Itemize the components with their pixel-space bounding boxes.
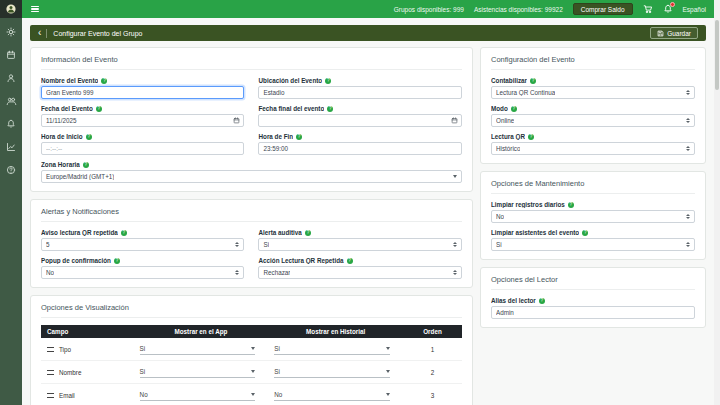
info-icon[interactable]: ? — [296, 134, 302, 140]
modo-select[interactable]: Online — [491, 114, 695, 127]
field-fecha-evento: Fecha del Evento ? — [41, 105, 244, 127]
popup-confirmacion-select[interactable]: No — [41, 266, 244, 279]
column-header-campo: Campo — [41, 325, 134, 338]
info-icon[interactable]: ? — [528, 134, 534, 140]
zona-horaria-select[interactable]: Europe/Madrid (GMT+1) — [41, 170, 462, 183]
contabilizar-select[interactable]: Lectura QR Continua — [491, 86, 695, 99]
card-opciones-mantenimiento: Opciones de Mantenimiento Limpiar regist… — [480, 171, 706, 260]
sidebar-item-users[interactable] — [4, 94, 18, 107]
info-icon[interactable]: ? — [86, 134, 92, 140]
language-selector[interactable]: Español — [683, 6, 707, 13]
section-title: Opciones del Lector — [491, 275, 695, 290]
info-icon[interactable]: ? — [511, 106, 517, 112]
drag-handle-icon[interactable] — [47, 393, 54, 398]
hora-fin-input[interactable] — [258, 142, 462, 155]
mostrar-historial-select[interactable]: No — [274, 389, 389, 401]
user-icon — [6, 73, 16, 83]
mostrar-historial-select[interactable]: Si — [274, 343, 389, 355]
buy-balance-button[interactable]: Comprar Saldo — [573, 3, 633, 15]
page-title: Configurar Evento del Grupo — [53, 30, 142, 37]
selected-value: Europe/Madrid (GMT+1) — [46, 173, 114, 180]
drag-handle-icon[interactable] — [47, 370, 54, 375]
info-icon[interactable]: ? — [305, 230, 311, 236]
info-icon[interactable]: ? — [83, 162, 89, 168]
calendar-picker-icon[interactable] — [451, 117, 458, 124]
fecha-evento-input[interactable] — [41, 114, 244, 127]
sidebar-item-help[interactable] — [4, 163, 18, 176]
field-contabilizar: Contabilizar ? Lectura QR Continua — [491, 77, 695, 99]
menu-icon[interactable] — [31, 6, 39, 13]
gear-icon — [6, 27, 16, 37]
mostrar-app-select[interactable]: Si — [140, 343, 255, 355]
info-icon[interactable]: ? — [568, 202, 574, 208]
selected-value: Si — [140, 368, 146, 375]
info-icon[interactable]: ? — [539, 298, 545, 304]
chevron-down-icon — [386, 393, 390, 396]
info-icon[interactable]: ? — [530, 78, 536, 84]
aviso-qr-number-input[interactable]: 5 — [41, 238, 244, 251]
mostrar-historial-select[interactable]: Si — [274, 366, 389, 378]
chevron-down-icon — [386, 370, 390, 373]
notifications-bell-icon[interactable] — [663, 4, 673, 14]
limpiar-asistentes-select[interactable]: Si — [491, 238, 695, 251]
field-label: Alias del lector — [491, 297, 536, 304]
info-icon[interactable]: ? — [582, 230, 588, 236]
drag-handle-icon[interactable] — [47, 347, 54, 352]
alerta-auditiva-select[interactable]: Si — [258, 238, 462, 251]
limpiar-registros-select[interactable]: No — [491, 210, 695, 223]
field-fecha-final: Fecha final del evento ? — [258, 105, 462, 127]
info-icon[interactable]: ? — [114, 258, 120, 264]
info-icon[interactable]: ? — [325, 78, 331, 84]
sidebar-item-settings[interactable] — [4, 25, 18, 38]
scrollbar[interactable] — [714, 0, 720, 405]
calendar-picker-icon[interactable] — [233, 117, 240, 124]
sidebar-item-bell[interactable] — [4, 117, 18, 130]
scrollbar-thumb[interactable] — [715, 20, 719, 90]
updown-arrows-icon — [453, 242, 457, 247]
selected-value: No — [274, 391, 282, 398]
updown-arrows-icon — [686, 214, 690, 219]
info-icon[interactable]: ? — [121, 230, 127, 236]
field-label: Zona Horaria — [41, 161, 80, 168]
info-icon[interactable]: ? — [101, 78, 107, 84]
campo-label: Nombre — [59, 369, 81, 376]
chevron-down-icon — [386, 347, 390, 350]
back-button[interactable]: ‹ — [38, 28, 41, 38]
updown-arrows-icon — [686, 146, 690, 151]
selected-value: No — [496, 213, 504, 220]
hora-inicio-input[interactable] — [41, 142, 244, 155]
updown-arrows-icon — [235, 270, 239, 275]
save-button-label: Guardar — [667, 30, 691, 37]
sidebar-nav — [0, 18, 22, 405]
field-label: Ubicación del Evento — [258, 77, 322, 84]
info-icon[interactable]: ? — [327, 106, 333, 112]
fecha-final-input[interactable] — [258, 114, 462, 127]
updown-arrows-icon — [686, 242, 690, 247]
sidebar-item-stats[interactable] — [4, 140, 18, 153]
selected-value: Si — [140, 345, 146, 352]
alias-lector-input[interactable] — [491, 306, 695, 319]
selected-value: Histórico — [496, 145, 521, 152]
section-title: Alertas y Notificaciones — [41, 207, 462, 222]
save-button[interactable]: Guardar — [650, 27, 698, 39]
cart-icon[interactable] — [643, 4, 653, 14]
info-icon[interactable]: ? — [96, 106, 102, 112]
sidebar-item-user[interactable] — [4, 71, 18, 84]
chevron-down-icon — [251, 393, 255, 396]
brand-logo[interactable] — [0, 0, 22, 18]
info-icon[interactable]: ? — [347, 258, 353, 264]
header-divider — [46, 29, 47, 38]
campo-label: Tipo — [59, 346, 71, 353]
nombre-evento-input[interactable] — [41, 86, 244, 99]
accion-qr-repetida-select[interactable]: Rechazar — [258, 266, 462, 279]
lectura-qr-select[interactable]: Histórico — [491, 142, 695, 155]
field-value: 5 — [46, 241, 50, 248]
selected-value: Si — [496, 241, 502, 248]
chart-icon — [6, 142, 16, 152]
number-spinner-icon[interactable] — [235, 242, 239, 247]
ubicacion-evento-input[interactable] — [258, 86, 462, 99]
mostrar-app-select[interactable]: No — [140, 389, 255, 401]
section-title: Opciones de Mantenimiento — [491, 179, 695, 194]
sidebar-item-calendar[interactable] — [4, 48, 18, 61]
mostrar-app-select[interactable]: Si — [140, 366, 255, 378]
